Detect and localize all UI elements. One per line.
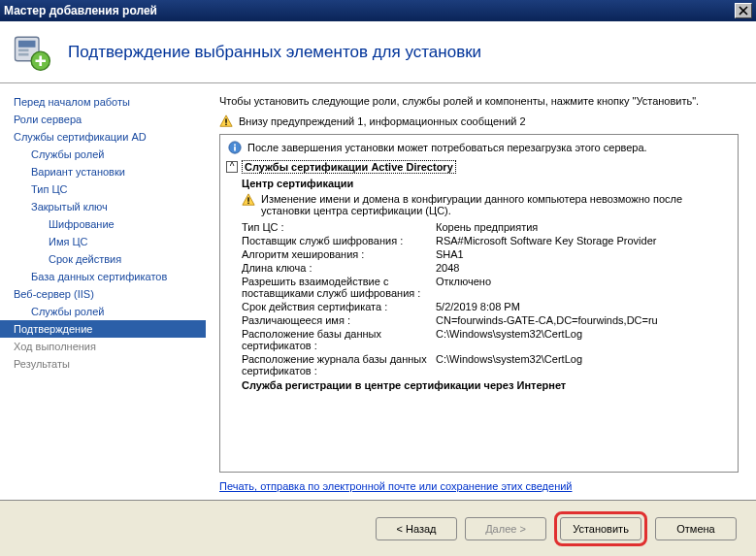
svg-rect-9 bbox=[234, 145, 236, 147]
svg-rect-3 bbox=[18, 52, 29, 55]
sidebar-item[interactable]: Службы ролей bbox=[0, 303, 206, 320]
property-value: 5/2/2019 8:08 PM bbox=[436, 301, 732, 312]
svg-rect-11 bbox=[247, 203, 248, 204]
property-row: Длина ключа :2048 bbox=[226, 261, 732, 275]
sidebar-item[interactable]: Службы ролей bbox=[0, 146, 206, 163]
property-value: C:\Windows\system32\CertLog bbox=[436, 328, 732, 351]
sidebar-item[interactable]: Тип ЦС bbox=[0, 180, 206, 198]
property-row: Поставщик служб шифрования :RSA#Microsof… bbox=[226, 234, 732, 247]
property-key: Тип ЦС : bbox=[242, 221, 436, 233]
close-icon bbox=[739, 6, 748, 16]
svg-rect-2 bbox=[18, 49, 29, 51]
print-save-link[interactable]: Печать, отправка по электронной почте ил… bbox=[219, 480, 739, 492]
sidebar-item[interactable]: Срок действия bbox=[0, 250, 206, 268]
next-button: Далее > bbox=[465, 517, 546, 540]
warnings-summary-row: Внизу предупреждений 1, информационных с… bbox=[219, 114, 739, 128]
property-row: Разрешить взаимодействие с поставщиками … bbox=[226, 275, 732, 300]
titlebar: Мастер добавления ролей bbox=[0, 0, 756, 21]
sidebar-item: Результаты bbox=[0, 355, 206, 373]
property-key: Различающееся имя : bbox=[242, 314, 436, 326]
property-key: Поставщик служб шифрования : bbox=[242, 235, 436, 246]
property-value: SHA1 bbox=[436, 248, 732, 260]
header: Подтверждение выбранных элементов для ус… bbox=[0, 21, 756, 83]
warning-icon bbox=[242, 193, 255, 207]
property-row: Расположение базы данных сертификатов :C… bbox=[226, 327, 732, 352]
property-key: Расположение журнала базы данных сертифи… bbox=[242, 353, 436, 376]
sub-heading-ca: Центр сертификации bbox=[226, 176, 732, 191]
cancel-button[interactable]: Отмена bbox=[655, 517, 737, 540]
property-value: C:\Windows\system32\CertLog bbox=[436, 353, 732, 376]
section-title: Службы сертификации Active Directory bbox=[242, 160, 456, 174]
close-button[interactable] bbox=[735, 3, 752, 18]
property-row: Срок действия сертификата :5/2/2019 8:08… bbox=[226, 300, 732, 313]
install-highlight: Установить bbox=[554, 511, 647, 546]
sidebar-item[interactable]: Закрытый ключ bbox=[0, 198, 206, 215]
instruction-text: Чтобы установить следующие роли, службы … bbox=[219, 95, 739, 107]
window-title: Мастер добавления ролей bbox=[4, 4, 735, 17]
sidebar: Перед началом работыРоли сервераСлужбы с… bbox=[0, 83, 206, 500]
page-title: Подтверждение выбранных элементов для ус… bbox=[68, 43, 481, 62]
property-value: CN=fourwinds-GATE-CA,DC=fourwinds,DC=ru bbox=[436, 314, 732, 326]
property-key: Расположение базы данных сертификатов : bbox=[242, 328, 436, 351]
property-row: Алгоритм хеширования :SHA1 bbox=[226, 247, 732, 261]
sidebar-item[interactable]: Веб-сервер (IIS) bbox=[0, 285, 206, 303]
warnings-summary-text: Внизу предупреждений 1, информационных с… bbox=[239, 115, 526, 127]
property-row: Различающееся имя :CN=fourwinds-GATE-CA,… bbox=[226, 313, 732, 327]
property-value: Корень предприятия bbox=[436, 221, 732, 233]
property-value: RSA#Microsoft Software Key Storage Provi… bbox=[436, 235, 732, 246]
warning-icon bbox=[219, 114, 233, 128]
details-box[interactable]: После завершения установки может потребо… bbox=[219, 134, 739, 473]
property-value: 2048 bbox=[436, 262, 732, 274]
sidebar-item[interactable]: Имя ЦС bbox=[0, 233, 206, 250]
svg-rect-10 bbox=[247, 197, 248, 201]
sidebar-item[interactable]: Подтверждение bbox=[0, 320, 206, 338]
svg-rect-8 bbox=[234, 147, 236, 150]
property-row: Расположение журнала базы данных сертифи… bbox=[226, 352, 732, 377]
info-row: После завершения установки может потребо… bbox=[226, 139, 732, 158]
inner-warning-text: Изменение имени и домена в конфигурации … bbox=[261, 193, 732, 216]
property-key: Разрешить взаимодействие с поставщиками … bbox=[242, 276, 436, 299]
svg-rect-1 bbox=[18, 40, 36, 47]
collapse-icon[interactable]: ^ bbox=[226, 161, 238, 173]
sidebar-item[interactable]: Вариант установки bbox=[0, 163, 206, 180]
main-panel: Чтобы установить следующие роли, службы … bbox=[206, 83, 756, 500]
sidebar-item[interactable]: Перед началом работы bbox=[0, 93, 206, 111]
sidebar-item[interactable]: Роли сервера bbox=[0, 111, 206, 128]
info-icon bbox=[228, 141, 242, 154]
svg-rect-6 bbox=[225, 124, 226, 125]
wizard-icon bbox=[12, 32, 52, 73]
sidebar-item[interactable]: База данных сертификатов bbox=[0, 268, 206, 285]
property-value: Отключено bbox=[436, 276, 732, 299]
property-row: Тип ЦС :Корень предприятия bbox=[226, 220, 732, 234]
section-header: ^ Службы сертификации Active Directory bbox=[226, 158, 732, 176]
property-key: Алгоритм хеширования : bbox=[242, 248, 436, 260]
sidebar-item: Ход выполнения bbox=[0, 338, 206, 355]
sub-heading-webenroll: Служба регистрации в центре сертификации… bbox=[226, 377, 732, 393]
back-button[interactable]: < Назад bbox=[376, 517, 457, 540]
body: Перед началом работыРоли сервераСлужбы с… bbox=[0, 83, 756, 500]
inner-warning-row: Изменение имени и домена в конфигурации … bbox=[226, 191, 732, 220]
sidebar-item[interactable]: Службы сертификации AD bbox=[0, 128, 206, 146]
property-key: Длина ключа : bbox=[242, 262, 436, 274]
sidebar-item[interactable]: Шифрование bbox=[0, 215, 206, 233]
svg-rect-5 bbox=[225, 118, 226, 122]
install-button[interactable]: Установить bbox=[560, 517, 641, 540]
footer: < Назад Далее > Установить Отмена bbox=[0, 500, 756, 556]
info-text: После завершения установки может потребо… bbox=[247, 142, 647, 153]
property-key: Срок действия сертификата : bbox=[242, 301, 436, 312]
